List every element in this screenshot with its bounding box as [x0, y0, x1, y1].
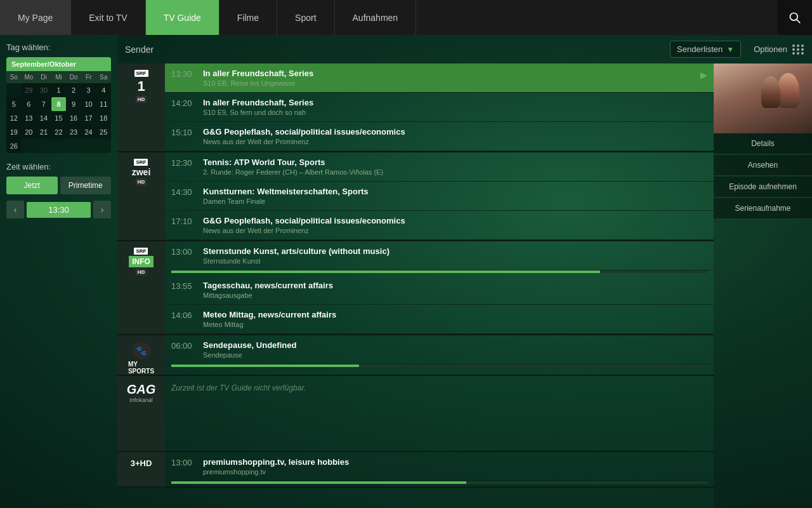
zeit-waehlen-label: Zeit wählen: — [6, 162, 111, 171]
channel-logo-mysports[interactable]: 🐾 MYSPORTS — [117, 335, 165, 375]
program-item[interactable]: 13:55 Tagesschau, news/current affairs M… — [165, 276, 714, 305]
cal-day-16[interactable]: 16 — [66, 111, 81, 125]
program-info: Meteo Mittag, news/current affairs Meteo… — [203, 310, 707, 328]
program-subtitle: S10 EB, Reise ins Ungewisse — [203, 79, 697, 87]
cal-header-so: So — [6, 71, 22, 83]
program-title: Tennis: ATP World Tour, Sports — [203, 157, 707, 167]
dreiplus-programs: 13:00 premiumshopping.tv, leisure hobbie… — [165, 452, 714, 486]
cal-day-9[interactable]: 9 — [66, 97, 81, 111]
cal-header-do: Do — [66, 71, 81, 83]
program-item[interactable]: 13:00 Sternstunde Kunst, arts/culture (w… — [165, 241, 714, 271]
cal-day-15[interactable]: 15 — [51, 111, 67, 125]
cal-day-7[interactable]: 7 — [36, 97, 51, 111]
channel-logo-dreiplus[interactable]: 3+HD — [117, 452, 165, 486]
cal-day-14[interactable]: 14 — [36, 111, 51, 125]
time-next-button[interactable]: › — [93, 201, 111, 218]
program-title: premiumshopping.tv, leisure hobbies — [203, 457, 707, 467]
program-time: 13:00 — [171, 457, 203, 467]
cal-day-2[interactable]: 2 — [66, 83, 81, 97]
nav-filme[interactable]: Filme — [219, 0, 277, 35]
cal-day-11[interactable]: 11 — [96, 97, 111, 111]
cal-day-5[interactable]: 5 — [6, 97, 22, 111]
channel-logo-srfzwei[interactable]: SRF zwei HD — [117, 152, 165, 240]
program-title: Tagesschau, news/current affairs — [203, 281, 707, 290]
channel-section-dreiplus: 3+HD 13:00 premiumshopping.tv, leisure h… — [117, 452, 714, 488]
optionen-button[interactable]: Optionen — [754, 44, 804, 55]
cal-day-1[interactable]: 1 — [51, 83, 67, 97]
program-info: premiumshopping.tv, leisure hobbies prem… — [203, 457, 707, 476]
nav-tvguide[interactable]: TV Guide — [146, 0, 219, 35]
program-time: 15:10 — [171, 127, 203, 137]
cal-day-25[interactable]: 25 — [96, 125, 111, 139]
ansehen-button[interactable]: Ansehen — [714, 155, 812, 176]
cal-day-22[interactable]: 22 — [51, 125, 67, 139]
top-navigation: My Page Exit to TV TV Guide Filme Sport … — [0, 0, 812, 35]
tag-waehlen-label: Tag wählen: — [6, 43, 111, 52]
program-item[interactable]: 17:10 G&G Peopleflash, social/political … — [165, 211, 714, 240]
serienaufnahme-button[interactable]: Serienaufnahme — [714, 198, 812, 219]
cal-day-23[interactable]: 23 — [66, 125, 81, 139]
cal-day-30[interactable]: 30 — [36, 83, 51, 97]
episode-aufnehmen-button[interactable]: Episode aufnehmen — [714, 177, 812, 197]
mysports-icon: 🐾 — [133, 342, 150, 359]
cal-day-12[interactable]: 12 — [6, 111, 22, 125]
preview-image — [714, 64, 812, 133]
cal-day-8[interactable]: 8 — [51, 97, 67, 111]
sender-label: Sender — [125, 44, 154, 55]
cal-day-13[interactable]: 13 — [22, 111, 37, 125]
channel-section-srfzwei: SRF zwei HD 12:30 Tennis: ATP World Tour… — [117, 152, 714, 241]
program-time: 13:55 — [171, 281, 203, 291]
cal-day-6[interactable]: 6 — [22, 97, 37, 111]
program-item[interactable]: 12:30 Tennis: ATP World Tour, Sports 2. … — [165, 152, 714, 182]
program-item[interactable]: 14:30 Kunstturnen: Weltmeisterschaften, … — [165, 182, 714, 211]
time-display: 13:30 — [27, 202, 91, 218]
program-subtitle: Sternstunde Kunst — [203, 257, 707, 265]
channel-logo-srfinfo[interactable]: SRF INFO HD — [117, 241, 165, 334]
channel-section-mysports: 🐾 MYSPORTS 06:00 Sendepause, Undefined S… — [117, 335, 714, 376]
cal-day-18[interactable]: 18 — [96, 111, 111, 125]
program-time: 14:20 — [171, 98, 203, 108]
search-button[interactable] — [777, 0, 812, 35]
nav-aufnahmen[interactable]: Aufnahmen — [335, 0, 417, 35]
guide-scroll[interactable]: SRF 1 HD 13:30 In aller Freundschaft, Se… — [117, 64, 714, 508]
cal-day-10[interactable]: 10 — [81, 97, 96, 111]
program-info: G&G Peopleflash, social/political issues… — [203, 216, 707, 234]
program-item[interactable]: 13:30 In aller Freundschaft, Series S10 … — [165, 64, 714, 93]
channel-logo-srf1[interactable]: SRF 1 HD — [117, 64, 165, 151]
cal-day-19[interactable]: 19 — [6, 125, 22, 139]
program-subtitle: Meteo Mittag — [203, 321, 707, 328]
jetzt-button[interactable]: Jetzt — [6, 177, 58, 194]
program-subtitle: Sendepause — [203, 351, 707, 359]
program-info: In aller Freundschaft, Series S10 EB, Re… — [203, 69, 697, 87]
details-button[interactable]: Details — [714, 133, 812, 154]
program-item[interactable]: 06:00 Sendepause, Undefined Sendepause — [165, 335, 714, 364]
cal-day-21[interactable]: 21 — [36, 125, 51, 139]
nav-mypage[interactable]: My Page — [0, 0, 71, 35]
time-prev-button[interactable]: ‹ — [6, 201, 24, 218]
senderlisten-button[interactable]: Senderlisten ▼ — [670, 41, 741, 58]
program-title: In aller Freundschaft, Series — [203, 69, 697, 78]
cal-day-4[interactable]: 4 — [96, 83, 111, 97]
program-item[interactable]: 15:10 G&G Peopleflash, social/political … — [165, 122, 714, 151]
program-item[interactable]: 14:06 Meteo Mittag, news/current affairs… — [165, 305, 714, 334]
channel-logo-gag[interactable]: GAG Infokanal — [117, 376, 165, 451]
cal-day-26[interactable]: 26 — [6, 139, 22, 153]
cal-day-17[interactable]: 17 — [81, 111, 96, 125]
nav-sport[interactable]: Sport — [277, 0, 334, 35]
cal-header-mi: Mi — [51, 71, 67, 83]
primetime-button[interactable]: Primetime — [60, 177, 112, 194]
srf-badge: SRF — [134, 70, 148, 77]
program-subtitle: premiumshopping.tv — [203, 468, 707, 476]
srf1-programs: 13:30 In aller Freundschaft, Series S10 … — [165, 64, 714, 151]
mysports-label: MYSPORTS — [128, 361, 154, 375]
cal-day-29[interactable]: 29 — [22, 83, 37, 97]
program-time: 13:30 — [171, 69, 203, 79]
program-item[interactable]: 13:00 premiumshopping.tv, leisure hobbie… — [165, 452, 714, 481]
cal-day-24[interactable]: 24 — [81, 125, 96, 139]
nav-exittotv[interactable]: Exit to TV — [71, 0, 145, 35]
cal-day-3[interactable]: 3 — [81, 83, 96, 97]
cal-day-20[interactable]: 20 — [22, 125, 37, 139]
dots-grid-icon — [792, 44, 804, 55]
program-info: Tagesschau, news/current affairs Mittags… — [203, 281, 707, 299]
program-item[interactable]: 14:20 In aller Freundschaft, Series S10 … — [165, 93, 714, 122]
